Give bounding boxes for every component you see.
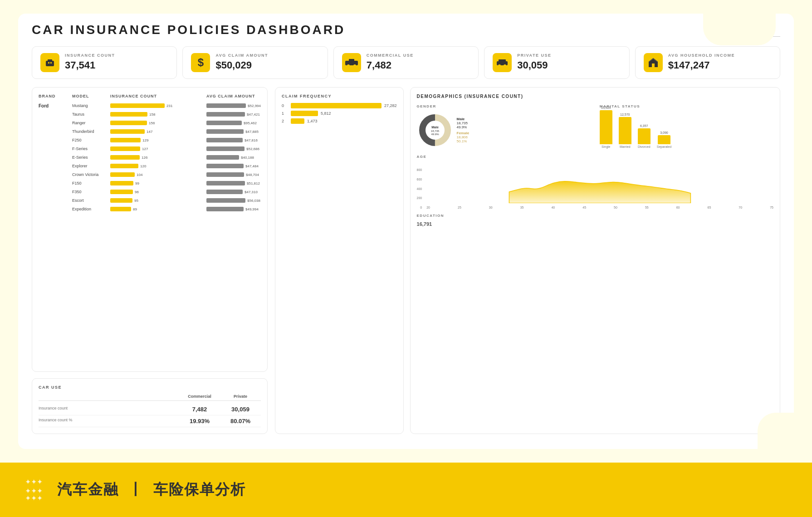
private-use-icon: [493, 53, 512, 72]
bottom-bar: ✦✦✦ ✦✦✦ ✦✦✦ 汽车金融 丨 车险保单分析: [0, 463, 812, 517]
cu-header-commercial: Commercial: [179, 394, 220, 399]
svg-point-11: [504, 64, 506, 67]
svg-rect-13: [652, 63, 655, 67]
svg-text:Male: Male: [431, 126, 439, 129]
kpi-avg-claim-text: AVG CLAIM AMOUNT $50,029: [215, 53, 268, 71]
avg-claim-bar: $48,704: [206, 172, 261, 177]
model-name: Thunderbird: [72, 129, 108, 134]
kpi-avg-claim-label: AVG CLAIM AMOUNT: [215, 53, 268, 58]
table-row: Taurus 158 $47,421: [39, 111, 261, 118]
svg-rect-5: [349, 59, 354, 62]
table-row: E-Series 126 $40,188: [39, 154, 261, 161]
avg-claim-bar: $49,994: [206, 207, 261, 211]
insurance-count-bar: 104: [110, 172, 205, 177]
avg-claim-bar: $51,812: [206, 181, 261, 185]
insurance-count-bar: 129: [110, 138, 205, 142]
education-value: 16,791: [417, 221, 773, 227]
gender-labels: Male 18,735 49.9% Female 18,806 50.1%: [457, 117, 470, 143]
insurance-count-bar: 158: [110, 112, 205, 117]
insurance-count-bar: 127: [110, 146, 205, 151]
kpi-commercial-use-value: 7,482: [367, 59, 414, 71]
age-title: AGE: [417, 155, 773, 159]
col-avg-claim-header: AVG CLAIM AMOUNT: [206, 94, 261, 98]
age-chart-container: 800 600 400 200 0: [417, 162, 773, 209]
avg-claim-bar: $95,462: [206, 121, 261, 125]
model-name: F250: [72, 138, 108, 142]
avg-claim-bar: $40,188: [206, 155, 261, 160]
table-row: Expedition 89 $49,994: [39, 205, 261, 213]
education-title: EDUCATION: [417, 214, 773, 218]
left-panel: BRAND MODEL INSURANCE COUNT AVG CLAIM AM…: [32, 87, 268, 434]
gender-donut-container: Male 18,735 49.9% Male 18,735 49.9%: [417, 112, 591, 148]
kpi-household-income-value: $147,247: [668, 59, 735, 71]
svg-text:49.9%: 49.9%: [431, 133, 439, 136]
insurance-count-icon: [40, 53, 59, 72]
avg-claim-bar: $47,421: [206, 112, 261, 117]
insurance-count-bar: 231: [110, 103, 205, 108]
model-name: E-Series: [72, 155, 108, 160]
marital-bar-group: 6,357 Divorced: [638, 124, 651, 148]
svg-rect-9: [499, 59, 506, 62]
model-name: F-Series: [72, 146, 108, 151]
table-header: BRAND MODEL INSURANCE COUNT AVG CLAIM AM…: [39, 94, 261, 98]
kpi-commercial-use-text: COMMERCIAL USE 7,482: [367, 53, 414, 71]
car-use-title: CAR USE: [39, 385, 261, 390]
claim-frequency-section: CLAIM FREQUENCY 0 27,282 1 5,812 2 1,473: [275, 87, 404, 434]
bottom-chinese-text: 汽车金融 丨 车险保单分析: [57, 480, 246, 500]
corner-decor-top-right: [703, 9, 776, 45]
marital-section: MARITAL STATUS 15,525 Single 12,570 Marr…: [600, 104, 773, 148]
household-income-icon: [644, 53, 663, 72]
kpi-private-use-value: 30,059: [517, 59, 551, 71]
marital-bar-group: 12,570 Married: [619, 113, 631, 148]
car-use-table: Commercial Private Insurance count 7,482…: [39, 394, 261, 427]
demographics-panel: DEMOGRAPHICS (INSURANCE COUNT) GENDER: [410, 87, 780, 434]
avg-claim-bar: $47,885: [206, 129, 261, 134]
gender-donut-chart: Male 18,735 49.9%: [417, 112, 453, 148]
gender-title: GENDER: [417, 104, 591, 108]
model-name: Expedition: [72, 207, 108, 211]
table-row: Explorer 120 $47,484: [39, 162, 261, 170]
model-name: Escort: [72, 198, 108, 203]
main-wrapper: CAR INSURANCE POLICIES DASHBOARD Car Mak…: [0, 0, 812, 517]
svg-text:✦✦✦: ✦✦✦: [25, 494, 43, 502]
avg-claim-icon: $: [191, 53, 210, 72]
svg-point-7: [353, 64, 356, 67]
avg-claim-bar: $47,310: [206, 190, 261, 194]
insurance-count-bar: 96: [110, 190, 205, 194]
avg-claim-bar: $47,484: [206, 164, 261, 168]
table-row: Escort 95 $56,038: [39, 197, 261, 204]
right-content: CLAIM FREQUENCY 0 27,282 1 5,812 2 1,473…: [275, 87, 780, 434]
kpi-insurance-count-label: INSURANCE COUNT: [65, 53, 115, 58]
marital-bar-group: 15,525 Single: [600, 106, 612, 148]
kpi-private-use: PRIVATE USE 30,059: [484, 46, 629, 79]
kpi-private-use-label: PRIVATE USE: [517, 53, 551, 58]
corner-decor-bottom-right: [758, 413, 794, 449]
svg-rect-1: [48, 59, 52, 62]
marital-title: MARITAL STATUS: [600, 104, 773, 108]
kpi-household-income-text: AVG HOUSEHOLD INCOME $147,247: [668, 53, 735, 71]
model-name: Mustang: [72, 103, 108, 108]
brand-model-table: BRAND MODEL INSURANCE COUNT AVG CLAIM AM…: [32, 87, 268, 372]
dashboard-area: CAR INSURANCE POLICIES DASHBOARD Car Mak…: [0, 0, 812, 463]
kpi-insurance-count-value: 37,541: [65, 59, 115, 71]
claim-freq-bars: 0 27,282 1 5,812 2 1,473: [282, 103, 397, 124]
table-row: Ford Mustang 231 $52,994: [39, 102, 261, 109]
kpi-household-income-label: AVG HOUSEHOLD INCOME: [668, 53, 735, 58]
car-use-rows: Insurance count 7,482 30,059 Insurance c…: [39, 404, 261, 427]
insurance-count-bar: 99: [110, 181, 205, 185]
gender-marital-row: GENDER Male 18,735 49.9%: [417, 104, 773, 148]
table-row: Crown Victoria 104 $48,704: [39, 171, 261, 178]
table-row: F250 129 $47,816: [39, 137, 261, 144]
gender-section: GENDER Male 18,735 49.9%: [417, 104, 591, 148]
col-model-header: MODEL: [72, 94, 108, 98]
age-x-axis: 202530354045505560657075: [426, 206, 773, 209]
insurance-count-bar: 95: [110, 198, 205, 203]
kpi-avg-claim-value: $50,029: [215, 59, 268, 71]
cu-header-private: Private: [220, 394, 261, 399]
insurance-count-bar: 89: [110, 207, 205, 211]
kpi-insurance-count: INSURANCE COUNT 37,541: [32, 46, 177, 79]
kpi-row: INSURANCE COUNT 37,541 $ AVG CLAIM AMOUN…: [32, 46, 780, 79]
cu-header-empty: [39, 394, 179, 399]
model-name: Explorer: [72, 164, 108, 168]
brand-rows-container: Ford Mustang 231 $52,994 Taurus 158 $47,…: [39, 102, 261, 213]
